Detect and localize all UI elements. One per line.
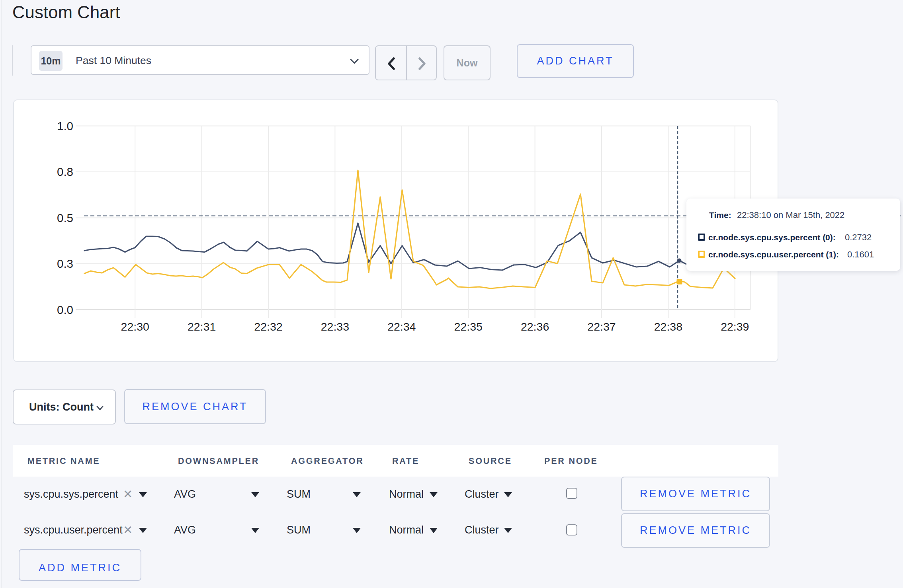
svg-text:22:34: 22:34 (387, 320, 416, 333)
svg-text:0.3: 0.3 (57, 257, 73, 270)
svg-text:22:37: 22:37 (587, 320, 616, 333)
svg-text:22:30: 22:30 (121, 320, 149, 333)
svg-text:22:32: 22:32 (254, 320, 282, 333)
svg-text:0.8: 0.8 (57, 165, 73, 178)
svg-text:22:35: 22:35 (454, 320, 483, 333)
svg-text:0.0: 0.0 (57, 303, 73, 316)
svg-text:1.0: 1.0 (57, 119, 73, 132)
svg-text:22:36: 22:36 (521, 320, 549, 333)
svg-text:0.5: 0.5 (57, 211, 73, 224)
svg-text:22:39: 22:39 (721, 320, 749, 333)
svg-text:22:31: 22:31 (188, 320, 216, 333)
svg-text:22:38: 22:38 (654, 320, 682, 333)
svg-text:22:33: 22:33 (321, 320, 349, 333)
